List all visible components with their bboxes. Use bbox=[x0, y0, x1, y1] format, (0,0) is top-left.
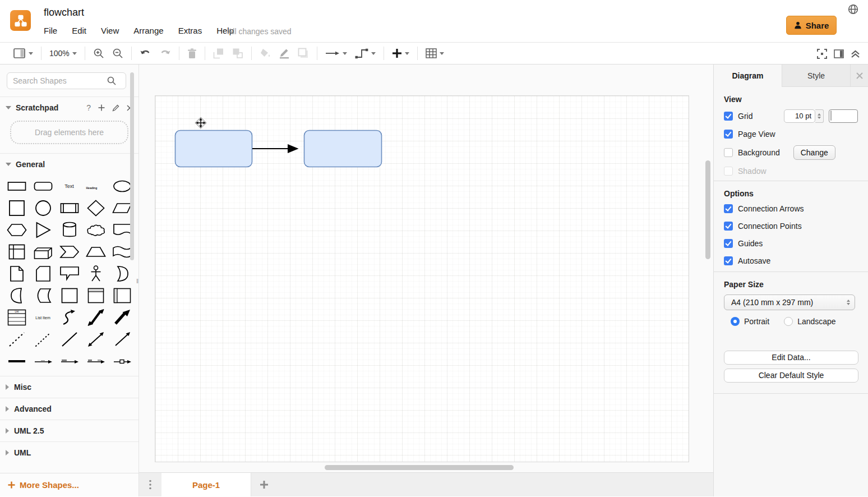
grid-size-input[interactable]: 10 pt bbox=[784, 109, 815, 123]
shape-arrow[interactable] bbox=[110, 309, 134, 326]
shape-diamond[interactable] bbox=[84, 199, 108, 217]
shape-dashed-line[interactable] bbox=[5, 330, 29, 348]
autosave-checkbox[interactable] bbox=[724, 256, 733, 265]
table-icon[interactable] bbox=[426, 48, 444, 58]
more-shapes-button[interactable]: More Shapes... bbox=[0, 473, 138, 496]
sidebar-section-uml25[interactable]: UML 2.5 bbox=[0, 420, 138, 441]
shape-triangle[interactable] bbox=[31, 221, 55, 239]
shape-textbox[interactable]: Heading bbox=[84, 177, 108, 195]
shape-cylinder[interactable] bbox=[58, 221, 81, 239]
general-section-header[interactable]: General bbox=[0, 154, 138, 175]
fill-color-icon[interactable] bbox=[260, 48, 271, 59]
connection-icon[interactable] bbox=[325, 50, 347, 57]
sidebar-section-uml[interactable]: UML bbox=[0, 441, 138, 463]
shape-vertical-container[interactable] bbox=[84, 287, 108, 305]
page-tab[interactable]: Page-1 bbox=[161, 473, 251, 496]
sidebar-scrollbar[interactable] bbox=[130, 72, 134, 260]
undo-icon[interactable] bbox=[140, 49, 151, 58]
shape-rectangle[interactable] bbox=[5, 177, 29, 195]
shape-square[interactable] bbox=[5, 199, 29, 217]
shape-callout[interactable] bbox=[58, 265, 81, 283]
shape-and[interactable] bbox=[5, 287, 29, 305]
shape-curve[interactable] bbox=[58, 309, 81, 326]
paper-size-select[interactable]: A4 (210 mm x 297 mm) bbox=[724, 294, 855, 310]
sidebar-section-advanced[interactable]: Advanced bbox=[0, 398, 138, 420]
zoom-out-icon[interactable] bbox=[112, 48, 123, 59]
add-page-icon[interactable] bbox=[251, 473, 277, 496]
delete-icon[interactable] bbox=[187, 48, 197, 59]
menu-extras[interactable]: Extras bbox=[178, 26, 202, 35]
shape-data-storage[interactable] bbox=[31, 287, 55, 305]
redo-icon[interactable] bbox=[159, 49, 171, 58]
drawing-page[interactable] bbox=[155, 95, 689, 462]
edit-icon[interactable] bbox=[112, 104, 119, 112]
change-background-button[interactable]: Change bbox=[793, 145, 835, 160]
shape-list[interactable]: List bbox=[5, 309, 29, 326]
menu-edit[interactable]: Edit bbox=[72, 26, 86, 35]
connection-points-checkbox[interactable] bbox=[724, 222, 733, 231]
guides-checkbox[interactable] bbox=[724, 239, 733, 248]
shape-card[interactable] bbox=[31, 265, 55, 283]
scratchpad-section-header[interactable]: Scratchpad ? bbox=[0, 97, 138, 118]
sidebar-splitter-handle[interactable]: ‖ bbox=[136, 278, 141, 286]
shape-hexagon[interactable] bbox=[5, 221, 29, 239]
shape-container[interactable] bbox=[58, 287, 81, 305]
document-title[interactable]: flowchart bbox=[44, 7, 84, 19]
shape-cube[interactable] bbox=[31, 243, 55, 261]
background-checkbox[interactable] bbox=[724, 148, 733, 157]
shape-directional-connector[interactable] bbox=[110, 330, 134, 348]
grid-checkbox[interactable] bbox=[724, 112, 733, 121]
shape-process[interactable] bbox=[58, 199, 81, 217]
shape-internal-storage[interactable] bbox=[5, 243, 29, 261]
language-globe-icon[interactable] bbox=[848, 4, 858, 15]
shadow-icon[interactable] bbox=[298, 48, 309, 59]
clear-default-style-button[interactable]: Clear Default Style bbox=[724, 369, 858, 383]
shape-dotted-line[interactable] bbox=[31, 330, 55, 348]
zoom-in-icon[interactable] bbox=[93, 48, 104, 59]
waypoints-icon[interactable] bbox=[355, 48, 376, 59]
shape-labeled-arrow-1[interactable] bbox=[31, 352, 55, 370]
canvas-vertical-scrollbar[interactable] bbox=[705, 160, 710, 259]
shape-or[interactable] bbox=[110, 265, 134, 283]
canvas[interactable]: Page-1 bbox=[139, 65, 713, 496]
shape-text[interactable]: Text bbox=[58, 177, 81, 195]
page-menu-dots-icon[interactable] bbox=[139, 473, 161, 496]
shape-step[interactable] bbox=[58, 243, 81, 261]
shape-labeled-arrow-2[interactable] bbox=[58, 352, 81, 370]
scratchpad-drop-zone[interactable]: Drag elements here bbox=[10, 121, 128, 144]
shape-bidirectional-connector[interactable] bbox=[84, 330, 108, 348]
portrait-radio[interactable]: Portrait bbox=[731, 317, 769, 326]
page-view-checkbox[interactable] bbox=[724, 130, 733, 139]
page-view-icon[interactable] bbox=[13, 48, 33, 59]
tab-diagram[interactable]: Diagram bbox=[714, 65, 782, 87]
collapse-expand-icon[interactable] bbox=[851, 49, 860, 58]
tab-style[interactable]: Style bbox=[782, 65, 850, 87]
help-icon[interactable]: ? bbox=[86, 103, 91, 112]
add-icon[interactable] bbox=[98, 104, 105, 111]
share-button[interactable]: Share bbox=[786, 16, 837, 35]
shape-cloud[interactable] bbox=[84, 221, 108, 239]
close-panel-icon[interactable] bbox=[850, 65, 868, 87]
fullscreen-icon[interactable] bbox=[817, 49, 827, 59]
connection-arrows-checkbox[interactable] bbox=[724, 204, 733, 213]
shape-list-item[interactable]: List Item bbox=[31, 309, 55, 326]
shape-line[interactable] bbox=[58, 330, 81, 348]
zoom-select[interactable]: 100% bbox=[49, 49, 77, 58]
shape-horizontal-container[interactable] bbox=[110, 287, 134, 305]
grid-size-stepper[interactable] bbox=[815, 109, 824, 123]
shape-trapezoid[interactable] bbox=[84, 243, 108, 261]
landscape-radio[interactable]: Landscape bbox=[784, 317, 836, 326]
menu-view[interactable]: View bbox=[101, 26, 119, 35]
edit-data-button[interactable]: Edit Data... bbox=[724, 351, 858, 365]
shape-rounded-rectangle[interactable] bbox=[31, 177, 55, 195]
search-icon[interactable] bbox=[107, 76, 116, 85]
canvas-horizontal-scrollbar[interactable] bbox=[325, 465, 514, 470]
sidebar-section-misc[interactable]: Misc bbox=[0, 376, 138, 398]
shape-labeled-arrow-3[interactable] bbox=[84, 352, 108, 370]
format-panel-icon[interactable] bbox=[834, 49, 844, 58]
menu-arrange[interactable]: Arrange bbox=[133, 26, 163, 35]
shape-note[interactable] bbox=[5, 265, 29, 283]
shape-bidirectional-arrow[interactable] bbox=[84, 309, 108, 326]
line-color-icon[interactable] bbox=[279, 48, 290, 59]
menu-file[interactable]: File bbox=[44, 26, 57, 35]
